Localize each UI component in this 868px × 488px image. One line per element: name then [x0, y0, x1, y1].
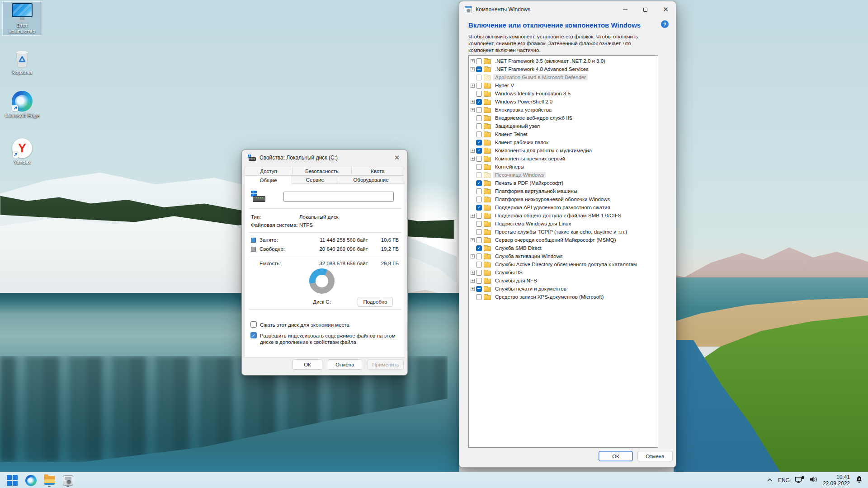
feature-checkbox[interactable] [476, 188, 482, 194]
compress-disk-checkbox[interactable] [250, 321, 257, 328]
volume-label-input[interactable] [283, 192, 394, 202]
ok-button[interactable]: ОК [599, 451, 633, 461]
close-icon[interactable]: ✕ [387, 150, 407, 165]
feature-checkbox[interactable] [476, 131, 482, 137]
feature-row[interactable]: Песочница Windows [471, 171, 658, 179]
tab-hardware[interactable]: Оборудование [338, 175, 404, 184]
feature-checkbox[interactable] [476, 66, 482, 72]
features-list[interactable]: +.NET Framework 3.5 (включает .NET 2.0 и… [468, 55, 658, 448]
feature-checkbox[interactable] [476, 140, 482, 145]
network-icon[interactable] [795, 476, 804, 485]
desktop-icon-recycle-bin[interactable]: Корзина [3, 47, 42, 76]
desktop-icon-edge[interactable]: Microsoft Edge [3, 89, 42, 120]
feature-row[interactable]: Защищенный узел [471, 122, 658, 130]
feature-checkbox[interactable] [476, 253, 482, 259]
expand-plus-icon[interactable]: + [471, 59, 475, 63]
feature-row[interactable]: +Служба активации Windows [471, 252, 658, 260]
feature-row[interactable]: Windows Identity Foundation 3.5 [471, 89, 658, 98]
feature-row[interactable]: +Поддержка общего доступа к файлам SMB 1… [471, 211, 658, 220]
taskbar-explorer-button[interactable] [43, 474, 55, 487]
feature-checkbox[interactable] [476, 164, 482, 170]
feature-row[interactable]: +.NET Framework 4.8 Advanced Services [471, 65, 658, 73]
feature-row[interactable]: Контейнеры [471, 163, 658, 171]
feature-checkbox[interactable] [476, 123, 482, 129]
tray-chevron-up-icon[interactable] [766, 476, 773, 484]
feature-checkbox[interactable] [476, 115, 482, 121]
feature-row[interactable]: +Службы для NFS [471, 277, 658, 285]
feature-row[interactable]: Печать в PDF (Майкрософт) [471, 179, 658, 187]
feature-checkbox[interactable] [476, 270, 482, 276]
desktop-icon-this-pc[interactable]: Этот компьютер [3, 2, 42, 35]
expand-plus-icon[interactable]: + [471, 279, 475, 283]
feature-row[interactable]: Внедряемое веб-ядро служб IIS [471, 114, 658, 122]
feature-row[interactable]: +Windows PowerShell 2.0 [471, 98, 658, 106]
feature-checkbox[interactable] [476, 180, 482, 186]
expand-plus-icon[interactable]: + [471, 67, 475, 71]
feature-row[interactable]: +Сервер очереди сообщений Майкрософт (MS… [471, 236, 658, 244]
feature-checkbox[interactable] [476, 107, 482, 113]
feature-row[interactable]: Подсистема Windows для Linux [471, 220, 658, 228]
volume-icon[interactable] [809, 476, 818, 485]
apply-button[interactable]: Применить [368, 359, 404, 370]
taskbar-edge-button[interactable] [25, 474, 37, 487]
feature-row[interactable]: +Блокировка устройства [471, 106, 658, 114]
feature-row[interactable]: +Службы печати и документов [471, 285, 658, 293]
cancel-button[interactable]: Отмена [637, 451, 673, 461]
expand-plus-icon[interactable]: + [471, 149, 475, 153]
notification-bell-icon[interactable]: z [855, 475, 863, 486]
feature-row[interactable]: Application Guard в Microsoft Defender [471, 73, 658, 81]
allow-indexing-checkbox[interactable]: ✓ [250, 332, 257, 338]
expand-plus-icon[interactable]: + [471, 238, 475, 242]
feature-row[interactable]: Служба SMB Direct [471, 244, 658, 252]
feature-row[interactable]: Простые службы TCPIP (такие как echo, da… [471, 228, 658, 236]
feature-checkbox[interactable] [476, 99, 482, 105]
tab-security[interactable]: Безопасность [292, 167, 352, 175]
expand-plus-icon[interactable]: + [471, 100, 475, 104]
expand-plus-icon[interactable]: + [471, 108, 475, 112]
feature-checkbox[interactable] [476, 221, 482, 227]
tab-general[interactable]: Общие [245, 175, 292, 185]
feature-row[interactable]: Платформа низкоуровневой оболочки Window… [471, 195, 658, 203]
feature-row[interactable]: +.NET Framework 3.5 (включает .NET 2.0 и… [471, 57, 658, 65]
tab-access[interactable]: Доступ [245, 167, 292, 175]
feature-row[interactable]: +Службы IIS [471, 268, 658, 277]
feature-checkbox[interactable] [476, 262, 482, 267]
close-icon[interactable]: ✕ [656, 1, 676, 18]
feature-row[interactable]: Службы Active Directory облегченного дос… [471, 260, 658, 268]
properties-titlebar[interactable]: Свойства: Локальный диск (C:) [242, 150, 407, 165]
feature-checkbox[interactable] [476, 286, 482, 292]
tab-tools[interactable]: Сервис [292, 175, 338, 184]
feature-row[interactable]: +Hyper-V [471, 81, 658, 89]
cancel-button[interactable]: Отмена [328, 359, 362, 370]
feature-checkbox[interactable] [476, 148, 482, 154]
language-indicator[interactable]: ENG [778, 477, 790, 483]
expand-plus-icon[interactable]: + [471, 157, 475, 161]
feature-row[interactable]: Средство записи XPS-документов (Microsof… [471, 293, 658, 301]
expand-plus-icon[interactable]: + [471, 287, 475, 291]
taskbar-clock[interactable]: 10:41 22.09.2022 [823, 474, 850, 487]
minimize-icon[interactable] [615, 1, 635, 18]
feature-checkbox[interactable] [476, 75, 482, 80]
feature-row[interactable]: Поддержка API удаленного разностного сжа… [471, 203, 658, 211]
feature-checkbox[interactable] [476, 278, 482, 284]
feature-row[interactable]: +Компоненты прежних версий [471, 155, 658, 163]
expand-plus-icon[interactable]: + [471, 214, 475, 218]
feature-checkbox[interactable] [476, 245, 482, 251]
expand-plus-icon[interactable]: + [471, 254, 475, 258]
ok-button[interactable]: ОК [292, 359, 322, 370]
feature-checkbox[interactable] [476, 83, 482, 89]
feature-row[interactable]: Платформа виртуальной машины [471, 187, 658, 195]
feature-checkbox[interactable] [476, 172, 482, 178]
feature-row[interactable]: Клиент рабочих папок [471, 138, 658, 146]
desktop-icon-yandex[interactable]: Y Yandex [3, 137, 42, 166]
feature-checkbox[interactable] [476, 294, 482, 300]
expand-plus-icon[interactable]: + [471, 84, 475, 88]
feature-row[interactable]: Клиент Telnet [471, 130, 658, 138]
details-button[interactable]: Подробно [358, 297, 393, 307]
feature-checkbox[interactable] [476, 229, 482, 235]
feature-checkbox[interactable] [476, 58, 482, 64]
feature-checkbox[interactable] [476, 237, 482, 243]
feature-checkbox[interactable] [476, 156, 482, 162]
feature-checkbox[interactable] [476, 205, 482, 211]
feature-checkbox[interactable] [476, 213, 482, 219]
